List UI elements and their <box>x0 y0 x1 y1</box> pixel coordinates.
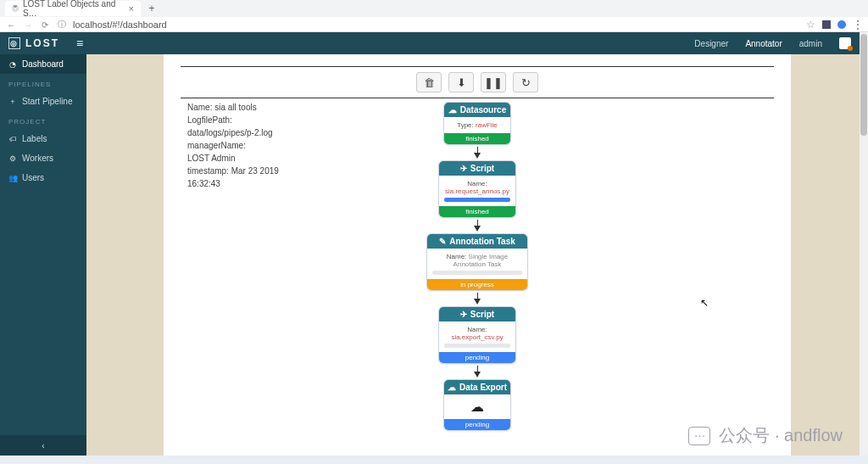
reload-icon[interactable]: ⟳ <box>39 20 51 30</box>
hamburger-icon[interactable]: ≡ <box>76 36 83 50</box>
download-icon: ⬇ <box>457 76 466 89</box>
progress-bar <box>444 344 510 348</box>
pause-button[interactable]: ❚❚ <box>481 72 506 92</box>
workers-icon: ⚙ <box>8 154 17 163</box>
avatar-icon[interactable] <box>839 37 851 49</box>
node-annotation-task[interactable]: ✎Annotation Task Name: Single Image Anno… <box>426 233 528 291</box>
arrow-down-icon <box>474 299 481 305</box>
sidebar: ◔ Dashboard PIPELINES + Start Pipeline P… <box>0 32 86 456</box>
sidebar-item-labels[interactable]: 🏷 Labels <box>0 129 86 148</box>
sidebar-section-pipelines: PIPELINES <box>0 74 86 92</box>
node-title: Script <box>470 310 494 319</box>
scrollbar[interactable] <box>860 32 868 456</box>
new-tab-button[interactable]: + <box>144 1 159 16</box>
tab-favicon <box>12 5 19 12</box>
info-icon[interactable]: ⓘ <box>56 19 68 31</box>
sidebar-section-project: PROJECT <box>0 111 86 129</box>
sidebar-label: Workers <box>22 154 53 163</box>
node-title: Annotation Task <box>449 237 515 246</box>
name-label: Name: <box>447 253 467 260</box>
divider <box>181 98 774 98</box>
meta-mgr-value: LOST Admin <box>187 154 236 163</box>
meta-log-label: LogfilePath: <box>187 115 232 125</box>
trash-icon: 🗑 <box>424 76 435 89</box>
rocket-icon: ✈ <box>460 310 467 319</box>
download-button[interactable]: ⬇ <box>448 72 474 92</box>
cloud-download-icon: ☁ <box>470 400 484 414</box>
arrow-down-icon <box>474 372 481 377</box>
gauge-icon: ◔ <box>8 60 17 69</box>
node-title: Data Export <box>459 383 507 392</box>
pencil-icon: ✎ <box>439 237 446 246</box>
brand-text: LOST <box>25 37 59 49</box>
app-topbar: ◎ LOST ≡ Designer Annotator admin <box>0 32 860 54</box>
sidebar-item-users[interactable]: 👥 Users <box>0 168 86 187</box>
status-badge: finished <box>439 206 515 217</box>
tab-title: LOST Label Objects and S… <box>23 0 129 18</box>
type-value: rawFile <box>476 121 498 129</box>
status-badge: in progress <box>427 279 527 290</box>
divider <box>181 66 774 67</box>
brand-logo-icon: ◎ <box>8 37 20 49</box>
sidebar-collapse-button[interactable]: ‹ <box>0 435 86 456</box>
back-icon[interactable]: ← <box>5 20 17 30</box>
chevron-left-icon: ‹ <box>42 441 44 450</box>
plus-icon: + <box>8 98 17 106</box>
page-content: 🗑 ⬇ ❚❚ ↻ Name: sia all tools LogfilePath… <box>86 54 868 456</box>
nav-annotator[interactable]: Annotator <box>745 39 782 48</box>
bookmark-icon[interactable]: ☆ <box>806 19 815 31</box>
name-value: sia.request_annos.py <box>445 187 509 195</box>
nav-user[interactable]: admin <box>799 39 822 48</box>
node-title: Script <box>470 164 494 173</box>
name-label: Name: <box>467 180 487 187</box>
address-bar[interactable]: localhost/#!/dashboard <box>73 20 167 30</box>
sidebar-label: Start Pipeline <box>22 97 72 106</box>
meta-name-label: Name: <box>187 103 212 112</box>
scrollbar-thumb[interactable] <box>860 34 867 136</box>
pipeline-meta: Name: sia all tools LogfilePath: data/lo… <box>187 101 289 190</box>
refresh-button[interactable]: ↻ <box>513 72 538 92</box>
progress-bar <box>444 198 510 202</box>
brand[interactable]: ◎ LOST <box>8 37 59 49</box>
menu-icon[interactable]: ⋮ <box>853 19 863 31</box>
browser-tab[interactable]: LOST Label Objects and S… × <box>5 1 141 16</box>
sidebar-label: Labels <box>22 134 47 143</box>
node-script-2[interactable]: ✈Script Name: sia.export_csv.py pending <box>438 306 516 364</box>
profile-icon[interactable] <box>837 20 846 29</box>
cloud-icon: ☁ <box>448 383 456 392</box>
meta-log-value: data/logs/pipes/p-2.log <box>187 128 273 137</box>
sidebar-item-start-pipeline[interactable]: + Start Pipeline <box>0 92 86 111</box>
status-badge: pending <box>444 419 510 430</box>
node-script-1[interactable]: ✈Script Name: sia.request_annos.py finis… <box>438 160 516 218</box>
rocket-icon: ✈ <box>460 164 467 173</box>
browser-chrome: LOST Label Objects and S… × + ← → ⟳ ⓘ lo… <box>0 0 868 32</box>
progress-bar <box>432 271 522 275</box>
redo-icon: ↻ <box>521 76 531 89</box>
sidebar-item-workers[interactable]: ⚙ Workers <box>0 148 86 168</box>
forward-icon: → <box>22 20 34 30</box>
node-title: Datasource <box>460 105 506 115</box>
arrow-down-icon <box>474 153 481 159</box>
type-label: Type: <box>457 121 474 129</box>
tab-close-icon[interactable]: × <box>129 3 134 14</box>
extension-icon[interactable] <box>822 20 831 29</box>
node-data-export[interactable]: ☁Data Export ☁ pending <box>443 379 511 431</box>
pause-icon: ❚❚ <box>484 76 503 89</box>
pipeline-toolbar: 🗑 ⬇ ❚❚ ↻ <box>181 72 774 92</box>
name-value: sia.export_csv.py <box>451 333 503 341</box>
meta-name-value: sia all tools <box>214 103 256 112</box>
nav-designer[interactable]: Designer <box>694 39 728 48</box>
arrow-down-icon <box>474 226 481 232</box>
tag-icon: 🏷 <box>8 135 17 143</box>
pipeline-canvas: 🗑 ⬇ ❚❚ ↻ Name: sia all tools LogfilePath… <box>164 54 791 456</box>
name-label: Name: <box>467 326 487 333</box>
sidebar-label: Dashboard <box>22 59 64 69</box>
node-datasource[interactable]: ☁Datasource Type: rawFile finished <box>443 102 511 145</box>
status-badge: pending <box>439 352 515 363</box>
meta-mgr-label: managerName: <box>187 141 246 150</box>
meta-ts-label: timestamp: <box>187 166 229 176</box>
delete-button[interactable]: 🗑 <box>416 72 442 92</box>
cloud-icon: ☁ <box>448 105 457 115</box>
users-icon: 👥 <box>8 174 17 182</box>
sidebar-item-dashboard[interactable]: ◔ Dashboard <box>0 54 86 74</box>
